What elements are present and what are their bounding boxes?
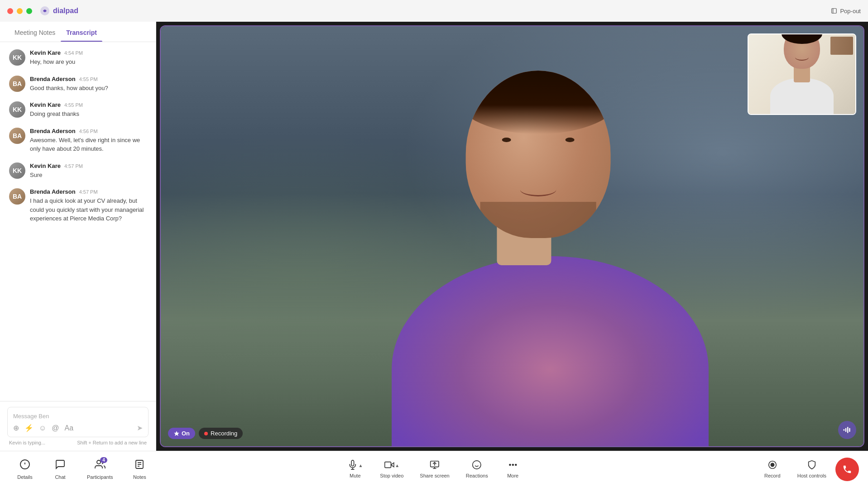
reactions-button[interactable]: Reactions bbox=[459, 456, 495, 482]
minimize-window-button[interactable] bbox=[17, 8, 23, 14]
svg-marker-16 bbox=[391, 463, 393, 467]
mute-label: Mute bbox=[350, 473, 360, 478]
typing-indicator: Kevin is typing... Shift + Return to add… bbox=[7, 437, 149, 445]
message-area: ⊕ ⚡ ☺ @ Aa ➤ Kevin is typing... Shift + … bbox=[0, 401, 156, 451]
message-input[interactable] bbox=[13, 413, 143, 420]
mute-arrow[interactable]: ▲ bbox=[358, 463, 363, 468]
host-controls-button[interactable]: Host controls bbox=[790, 456, 834, 482]
svg-point-26 bbox=[512, 464, 513, 466]
details-button[interactable]: Details bbox=[9, 455, 41, 483]
close-window-button[interactable] bbox=[7, 8, 13, 14]
entry-time: 4:57 PM bbox=[79, 189, 98, 195]
recording-badge: Recording bbox=[199, 428, 243, 439]
entry-text: Awesome. Well, let's dive right in since… bbox=[30, 136, 147, 153]
app-logo: dialpad bbox=[39, 5, 78, 16]
stop-video-button[interactable]: ▲ Stop video bbox=[373, 456, 411, 482]
entry-text: Doing great thanks bbox=[30, 110, 147, 119]
emoji-icon[interactable]: ☺ bbox=[39, 424, 46, 432]
share-screen-button[interactable]: Share screen bbox=[412, 456, 456, 482]
tab-transcript[interactable]: Transcript bbox=[61, 22, 102, 42]
entry-time: 4:54 PM bbox=[64, 50, 83, 56]
sidebar: Meeting Notes Transcript KK Kevin Kare 4… bbox=[0, 22, 156, 451]
entry-text: Hey, how are you bbox=[30, 57, 147, 67]
pip-person bbox=[748, 34, 855, 114]
stop-video-with-arrow: ▲ Stop video bbox=[380, 460, 403, 478]
bottom-toolbar: Details Chat 4 Participants bbox=[0, 451, 868, 487]
video-badges: On Recording bbox=[168, 428, 243, 439]
person-body bbox=[392, 256, 709, 446]
participants-button[interactable]: 4 Participants bbox=[80, 455, 120, 483]
recording-dot bbox=[204, 432, 208, 435]
entry-text: Good thanks, how about you? bbox=[30, 84, 147, 93]
transcript-entry: BA Brenda Aderson 4:57 PM I had a quick … bbox=[9, 188, 147, 223]
video-area: On Recording bbox=[160, 25, 864, 447]
transcript-list: KK Kevin Kare 4:54 PM Hey, how are you B… bbox=[0, 42, 156, 401]
svg-rect-5 bbox=[849, 428, 850, 432]
entry-content: Brenda Aderson 4:55 PM Good thanks, how … bbox=[30, 76, 147, 93]
toolbar-right: Record Host controls bbox=[757, 456, 859, 482]
entry-content: Brenda Aderson 4:56 PM Awesome. Well, le… bbox=[30, 128, 147, 153]
entry-time: 4:55 PM bbox=[79, 76, 98, 82]
avatar: KK bbox=[9, 101, 25, 118]
participants-icon: 4 bbox=[95, 459, 106, 473]
avatar: BA bbox=[9, 188, 25, 205]
entry-time: 4:57 PM bbox=[64, 163, 83, 169]
entry-name: Brenda Aderson bbox=[30, 76, 76, 82]
more-label: More bbox=[507, 473, 518, 478]
lightning-icon[interactable]: ⚡ bbox=[24, 424, 34, 432]
avatar: KK bbox=[9, 49, 25, 66]
more-icon bbox=[508, 460, 518, 471]
entry-content: Kevin Kare 4:54 PM Hey, how are you bbox=[30, 49, 147, 67]
participants-count: 4 bbox=[100, 457, 107, 463]
transcript-entry: KK Kevin Kare 4:54 PM Hey, how are you bbox=[9, 49, 147, 67]
entry-content: Kevin Kare 4:55 PM Doing great thanks bbox=[30, 101, 147, 119]
reactions-label: Reactions bbox=[466, 473, 488, 478]
svg-rect-17 bbox=[384, 462, 391, 468]
notes-button[interactable]: Notes bbox=[124, 455, 155, 483]
tab-meeting-notes[interactable]: Meeting Notes bbox=[9, 22, 61, 42]
svg-point-29 bbox=[771, 463, 774, 466]
reactions-icon bbox=[472, 460, 482, 471]
entry-content: Brenda Aderson 4:57 PM I had a quick loo… bbox=[30, 188, 147, 223]
message-toolbar: ⊕ ⚡ ☺ @ Aa ➤ bbox=[13, 424, 143, 432]
avatar: BA bbox=[9, 76, 25, 92]
mention-icon[interactable]: @ bbox=[52, 424, 59, 432]
svg-rect-3 bbox=[845, 428, 847, 432]
svg-point-22 bbox=[473, 461, 481, 469]
share-screen-label: Share screen bbox=[420, 473, 449, 478]
main-content: Meeting Notes Transcript KK Kevin Kare 4… bbox=[0, 22, 868, 451]
chat-button[interactable]: Chat bbox=[44, 455, 76, 483]
send-button[interactable]: ➤ bbox=[137, 424, 143, 432]
mute-button[interactable]: ▲ Mute bbox=[339, 456, 371, 482]
stop-video-row: ▲ bbox=[384, 460, 399, 471]
traffic-lights bbox=[7, 8, 32, 14]
host-controls-icon bbox=[807, 460, 817, 471]
svg-rect-4 bbox=[847, 427, 849, 433]
sound-wave-button[interactable] bbox=[838, 421, 856, 439]
entry-name: Brenda Aderson bbox=[30, 128, 76, 134]
popout-button[interactable]: Pop-out bbox=[831, 8, 861, 14]
toolbar-left: Details Chat 4 Participants bbox=[9, 455, 155, 483]
entry-name: Kevin Kare bbox=[30, 49, 61, 56]
avatar: KK bbox=[9, 162, 25, 179]
share-screen-icon bbox=[430, 460, 440, 471]
stop-video-label: Stop video bbox=[380, 473, 403, 478]
message-input-wrapper[interactable]: ⊕ ⚡ ☺ @ Aa ➤ bbox=[7, 407, 149, 437]
more-button[interactable]: More bbox=[497, 456, 529, 482]
video-icon bbox=[384, 460, 394, 471]
entry-header: Brenda Aderson 4:55 PM bbox=[30, 76, 147, 82]
entry-text: I had a quick look at your CV already, b… bbox=[30, 196, 147, 223]
mute-with-arrow: ▲ Mute bbox=[347, 460, 363, 478]
format-icon[interactable]: Aa bbox=[65, 424, 74, 432]
avatar: BA bbox=[9, 128, 25, 144]
entry-time: 4:56 PM bbox=[79, 129, 98, 134]
add-attachment-icon[interactable]: ⊕ bbox=[13, 424, 19, 432]
participants-label: Participants bbox=[87, 474, 113, 480]
record-button[interactable]: Record bbox=[757, 456, 788, 482]
end-call-button[interactable] bbox=[835, 458, 859, 481]
toolbar-center: ▲ Mute ▲ Stop video bbox=[339, 456, 528, 482]
maximize-window-button[interactable] bbox=[26, 8, 32, 14]
person-head bbox=[466, 71, 611, 238]
notes-label: Notes bbox=[133, 474, 146, 480]
stop-video-arrow[interactable]: ▲ bbox=[395, 463, 399, 468]
